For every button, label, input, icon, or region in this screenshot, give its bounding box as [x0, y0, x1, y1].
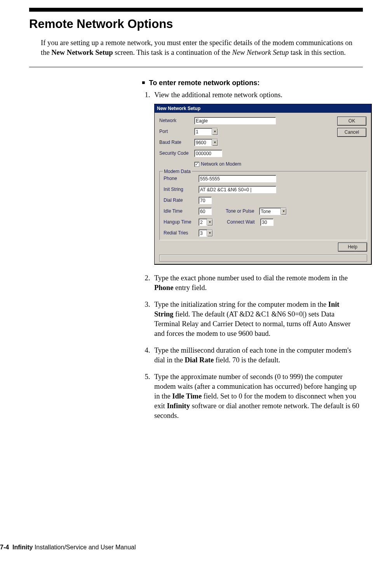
ok-button[interactable]: OK — [337, 117, 366, 126]
step-3-a: Type the initialization string for the c… — [154, 301, 328, 308]
label-redial-tries: Redial Tries — [164, 230, 199, 236]
chevron-down-icon[interactable]: ▾ — [280, 208, 286, 215]
footer-rest: Installation/Service and User Manual — [33, 544, 136, 551]
header-bar — [29, 8, 363, 12]
modem-data-group-label: Modem Data — [163, 168, 192, 175]
step-5-b: Idle Time — [172, 392, 202, 400]
port-select[interactable]: 1▾ — [194, 128, 218, 135]
label-idle-time: Idle Time — [164, 208, 199, 214]
step-2-b: Phone — [154, 284, 173, 292]
tone-or-pulse-select[interactable]: Tone▾ — [259, 208, 287, 215]
help-button[interactable]: Help — [338, 243, 367, 252]
steps-list: View the additional remote network optio… — [142, 90, 359, 421]
baud-rate-select[interactable]: 9600▾ — [194, 139, 218, 146]
step-1: View the additional remote network optio… — [152, 90, 359, 265]
step-5-d: Infinity — [167, 402, 190, 410]
dialog-titlebar[interactable]: New Network Setup — [155, 104, 371, 113]
chevron-down-icon[interactable]: ▾ — [212, 139, 218, 146]
label-baud-rate: Baud Rate — [159, 139, 194, 145]
label-network-on-modem: Network on Modem — [201, 161, 241, 167]
hangup-value: 2 — [199, 219, 207, 225]
step-3: Type the initialization string for the c… — [152, 300, 359, 339]
init-string-input[interactable]: AT &D2 &C1 &N6 S0=0 | — [199, 186, 276, 193]
label-hangup-time: Hangup Time — [164, 219, 199, 225]
step-4: Type the millisecond duration of each to… — [152, 346, 359, 365]
chevron-down-icon[interactable]: ▾ — [207, 230, 213, 236]
intro-text: screen. This task is a continuation of t… — [113, 49, 232, 56]
page-number: 7-4 — [0, 544, 9, 551]
port-value: 1 — [195, 128, 212, 135]
hangup-time-select[interactable]: 2▾ — [199, 218, 213, 226]
step-4-b: Dial Rate — [185, 356, 214, 364]
separator — [29, 67, 363, 67]
tone-pulse-value: Tone — [260, 208, 280, 215]
redial-value: 3 — [199, 230, 207, 236]
step-5: Type the approximate number of seconds (… — [152, 372, 359, 421]
step-2: Type the exact phone number used to dial… — [152, 273, 359, 293]
chevron-down-icon[interactable]: ▾ — [207, 219, 213, 225]
network-input[interactable]: Eagle — [194, 117, 276, 124]
step-4-c: field. 70 is the default. — [214, 356, 280, 364]
task-heading: ■To enter remote network options: — [142, 79, 359, 87]
intro-bold-1: New Network Setup — [51, 49, 113, 56]
dialog-new-network-setup: New Network Setup OK Cancel Network Eagl… — [154, 104, 372, 265]
label-network: Network — [159, 117, 194, 124]
page-title: Remote Network Options — [29, 17, 363, 31]
book-name: Infinity — [12, 544, 33, 551]
security-code-input[interactable]: 000000 — [194, 150, 222, 157]
label-init-string: Init String — [164, 186, 199, 192]
label-tone-or-pulse: Tone or Pulse — [226, 208, 259, 214]
baud-value: 9600 — [195, 139, 212, 146]
idle-time-input[interactable]: 60 — [199, 208, 212, 215]
intro-paragraph: If you are setting up a remote network, … — [41, 38, 363, 58]
step-2-c: entry field. — [173, 284, 207, 292]
cancel-button[interactable]: Cancel — [337, 128, 366, 137]
task-heading-text: To enter remote network options: — [149, 79, 260, 87]
label-security-code: Security Code — [159, 150, 194, 156]
dialog-status-bar — [159, 255, 367, 262]
chevron-down-icon[interactable]: ▾ — [212, 128, 218, 135]
bullet-square-icon: ■ — [142, 79, 145, 86]
redial-tries-select[interactable]: 3▾ — [199, 229, 213, 237]
step-3-c: field. The default (AT &D2 &C1 &N6 S0=0|… — [154, 310, 350, 337]
intro-italic-1: New Network Setup — [232, 49, 289, 56]
step-2-a: Type the exact phone number used to dial… — [154, 274, 348, 282]
page-footer: 7-4 Infinity Installation/Service and Us… — [0, 544, 136, 551]
connect-wait-input[interactable]: 30 — [260, 218, 274, 226]
intro-text: task in this section. — [289, 49, 345, 56]
network-on-modem-checkbox[interactable]: ✓ — [194, 162, 199, 167]
dial-rate-input[interactable]: 70 — [199, 197, 212, 204]
label-dial-rate: Dial Rate — [164, 197, 199, 203]
modem-data-group: Modem Data Phone 555-5555 Init String AT… — [159, 171, 367, 240]
label-phone: Phone — [164, 175, 199, 182]
step-1-text: View the additional remote network optio… — [154, 91, 282, 99]
label-port: Port — [159, 128, 194, 135]
phone-input[interactable]: 555-5555 — [199, 175, 276, 182]
label-connect-wait: Connect Wait — [227, 219, 260, 225]
